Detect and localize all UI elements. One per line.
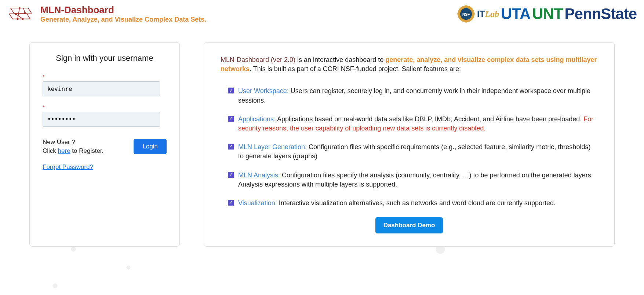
itlab-logo: ITLab — [477, 9, 499, 19]
password-required-star: * — [43, 104, 167, 110]
app-subtitle: Generate, Analyze, and Visualize Complex… — [40, 16, 206, 23]
svg-point-12 — [465, 21, 467, 23]
login-card: Sign in with your username * * New User … — [29, 42, 180, 247]
uta-logo: UTA — [501, 5, 530, 23]
check-icon — [228, 144, 234, 150]
header-left: MLN-Dashboard Generate, Analyze, and Vis… — [7, 4, 206, 24]
header-title-block: MLN-Dashboard Generate, Analyze, and Vis… — [40, 4, 206, 23]
svg-point-4 — [24, 12, 26, 14]
header-logos: NSF ITLab UTA UNT PennState — [457, 5, 637, 23]
username-input[interactable] — [43, 81, 160, 96]
pennstate-logo: PennState — [565, 5, 637, 23]
svg-point-7 — [22, 18, 23, 20]
svg-point-18 — [471, 19, 472, 20]
check-icon — [228, 88, 234, 93]
demo-button-wrap: Dashboard Demo — [221, 217, 598, 233]
new-user-text: New User ? Click here to Register. — [43, 138, 103, 155]
check-icon — [228, 172, 234, 178]
svg-point-14 — [473, 13, 475, 15]
unt-logo: UNT — [532, 5, 563, 23]
svg-point-5 — [14, 13, 16, 15]
mln-logo-icon — [7, 4, 33, 24]
svg-point-16 — [471, 8, 472, 9]
feature-item: User Workspace: Users can register, secu… — [228, 86, 598, 105]
check-icon — [228, 116, 234, 122]
feature-item: Visualization: Interactive visualization… — [228, 199, 598, 208]
main-content: Sign in with your username * * New User … — [0, 27, 644, 247]
svg-point-13 — [457, 13, 459, 15]
login-bottom-row: New User ? Click here to Register. Login — [43, 138, 167, 155]
svg-line-2 — [15, 14, 23, 19]
svg-text:NSF: NSF — [462, 12, 470, 16]
svg-point-3 — [19, 7, 21, 9]
password-input[interactable] — [43, 112, 160, 127]
feature-item: Applications: Applications based on real… — [228, 115, 598, 133]
feature-item: MLN Layer Generation: Configuration file… — [228, 143, 598, 161]
login-button[interactable]: Login — [134, 139, 167, 154]
svg-point-15 — [460, 8, 461, 9]
svg-point-11 — [465, 5, 467, 7]
svg-point-6 — [17, 18, 18, 20]
register-link[interactable]: here — [58, 147, 70, 154]
header: MLN-Dashboard Generate, Analyze, and Vis… — [0, 0, 644, 27]
check-icon — [228, 200, 234, 206]
nsf-badge-icon: NSF — [457, 5, 475, 23]
svg-point-17 — [460, 19, 461, 20]
info-card: MLN-Dashboard (ver 2.0) is an interactiv… — [204, 42, 615, 247]
feature-list: User Workspace: Users can register, secu… — [221, 86, 598, 208]
forgot-password-link[interactable]: Forgot Password? — [43, 163, 93, 171]
username-required-star: * — [43, 74, 167, 80]
app-title: MLN-Dashboard — [40, 4, 206, 16]
login-title: Sign in with your username — [43, 54, 167, 63]
feature-item: MLN Analysis: Configuration files specif… — [228, 171, 598, 189]
intro-paragraph: MLN-Dashboard (ver 2.0) is an interactiv… — [221, 55, 598, 74]
dashboard-demo-button[interactable]: Dashboard Demo — [375, 217, 443, 233]
